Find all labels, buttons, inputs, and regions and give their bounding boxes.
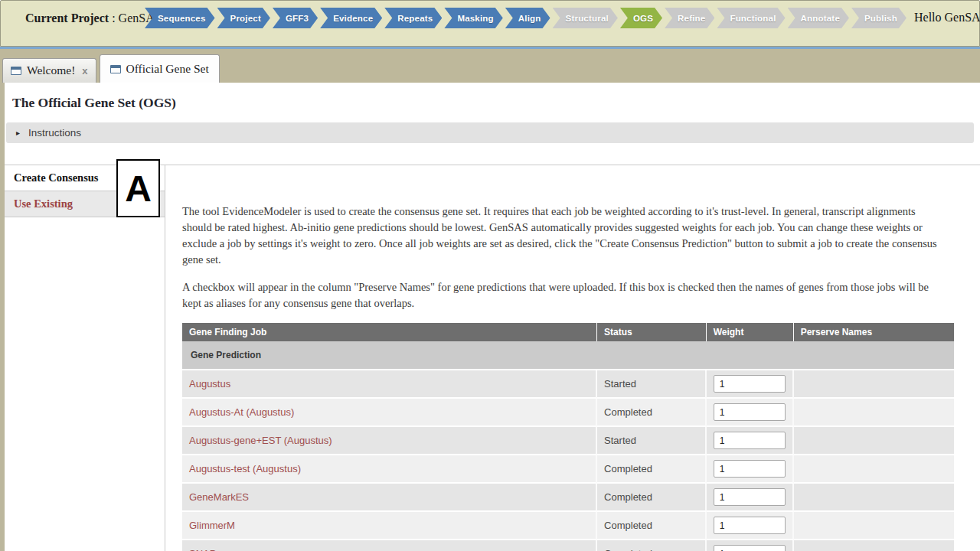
step-annotate: Annotate [788, 8, 849, 28]
weight-input[interactable] [714, 403, 786, 421]
instructions-label: Instructions [28, 127, 81, 139]
workflow-breadcrumb: Sequences Project GFF3 Evidence Repeats … [145, 8, 909, 28]
preserve-names-cell [794, 370, 954, 399]
close-icon[interactable]: x [82, 65, 87, 77]
preserve-names-cell [794, 484, 954, 512]
page-title: The Official Gene Set (OGS) [12, 95, 980, 111]
status-value: Completed [597, 540, 707, 551]
step-sequences[interactable]: Sequences [145, 8, 215, 28]
weight-cell [707, 427, 794, 455]
step-repeats[interactable]: Repeats [384, 8, 442, 28]
status-value: Started [597, 370, 707, 399]
step-align[interactable]: Align [505, 8, 550, 28]
current-project-label: Current Project [25, 11, 109, 24]
weight-cell [707, 370, 794, 399]
step-structural: Structural [553, 8, 618, 28]
table-row: Augustus-test (Augustus) Completed [182, 455, 954, 484]
content-area: The Official Gene Set (OGS) ▸ Instructio… [0, 83, 980, 551]
col-gene-finding-job: Gene Finding Job [182, 323, 597, 341]
tab-official-gene-set[interactable]: Official Gene Set [100, 54, 220, 83]
status-value: Completed [597, 512, 707, 540]
col-status: Status [597, 323, 707, 341]
weight-cell [707, 540, 794, 551]
job-link[interactable]: SNAP [182, 540, 597, 551]
job-link[interactable]: Augustus-test (Augustus) [182, 455, 597, 484]
table-row: SNAP Completed [182, 540, 954, 551]
weight-input[interactable] [714, 517, 786, 534]
step-publish: Publish [851, 8, 906, 28]
status-value: Started [597, 427, 707, 455]
window-icon [110, 65, 121, 73]
preserve-names-cell [794, 399, 954, 427]
tab-welcome-label: Welcome! [27, 64, 75, 77]
step-functional: Functional [717, 8, 785, 28]
status-value: Completed [597, 399, 707, 427]
tab-welcome[interactable]: Welcome! x [2, 58, 96, 83]
preserve-names-cell [794, 427, 954, 455]
annotation-marker-A: A [116, 159, 160, 217]
step-gff3[interactable]: GFF3 [273, 8, 318, 28]
weight-input[interactable] [714, 375, 786, 393]
weight-input[interactable] [714, 488, 786, 506]
project-topbar: Current Project : GenSAS_demo Sequences … [0, 0, 980, 47]
job-link[interactable]: GlimmerM [182, 512, 597, 540]
table-row: GeneMarkES Completed [182, 484, 954, 512]
table-row: Augustus-At (Augustus) Completed [182, 399, 954, 427]
user-greeting: Hello GenSAS [914, 11, 980, 24]
job-link[interactable]: Augustus-gene+EST (Augustus) [182, 427, 597, 455]
weight-input[interactable] [714, 432, 786, 449]
status-value: Completed [597, 484, 707, 512]
weight-input[interactable] [714, 460, 786, 478]
table-row: Augustus Started [182, 370, 954, 399]
step-project[interactable]: Project [217, 8, 270, 28]
tab-official-gene-set-label: Official Gene Set [126, 62, 209, 76]
table-row: GlimmerM Completed [182, 512, 954, 540]
step-ogs[interactable]: OGS [620, 8, 662, 28]
weight-cell [707, 399, 794, 427]
col-weight: Weight [707, 323, 794, 341]
status-value: Completed [597, 455, 707, 484]
ogs-sidebar: Create Consensus Use Existing [5, 165, 165, 551]
gene-finding-jobs-table: Gene Finding Job Status Weight Perserve … [182, 323, 954, 551]
consensus-main: The tool EvidenceModeler is used to crea… [165, 165, 980, 449]
window-icon [11, 67, 21, 75]
tab-strip: Welcome! x Official Gene Set [0, 49, 980, 83]
instructions-toggle[interactable]: ▸ Instructions [6, 122, 974, 143]
step-refine: Refine [665, 8, 714, 28]
preserve-names-cell [794, 512, 954, 540]
step-masking[interactable]: Masking [444, 8, 502, 28]
group-row-gene-prediction: Gene Prediction [182, 341, 954, 370]
job-link[interactable]: Augustus-At (Augustus) [182, 399, 597, 427]
group-label: Gene Prediction [182, 341, 954, 370]
table-header-row: Gene Finding Job Status Weight Perserve … [182, 323, 954, 341]
job-link[interactable]: GeneMarkES [182, 484, 597, 512]
preserve-names-cell [794, 455, 954, 484]
preserve-names-cell [794, 540, 954, 551]
job-link[interactable]: Augustus [182, 370, 597, 399]
weight-input[interactable] [714, 545, 786, 551]
table-row: Augustus-gene+EST (Augustus) Started [182, 427, 954, 455]
weight-cell [707, 512, 794, 540]
description-paragraph-2: A checkbox will appear in the column "Pr… [182, 279, 945, 311]
project-separator: : [109, 11, 118, 24]
weight-cell [707, 484, 794, 512]
col-perserve-names: Perserve Names [794, 323, 954, 341]
chevron-right-icon: ▸ [16, 129, 20, 137]
description-paragraph-1: The tool EvidenceModeler is used to crea… [182, 204, 945, 268]
step-evidence[interactable]: Evidence [320, 8, 382, 28]
weight-cell [707, 455, 794, 484]
